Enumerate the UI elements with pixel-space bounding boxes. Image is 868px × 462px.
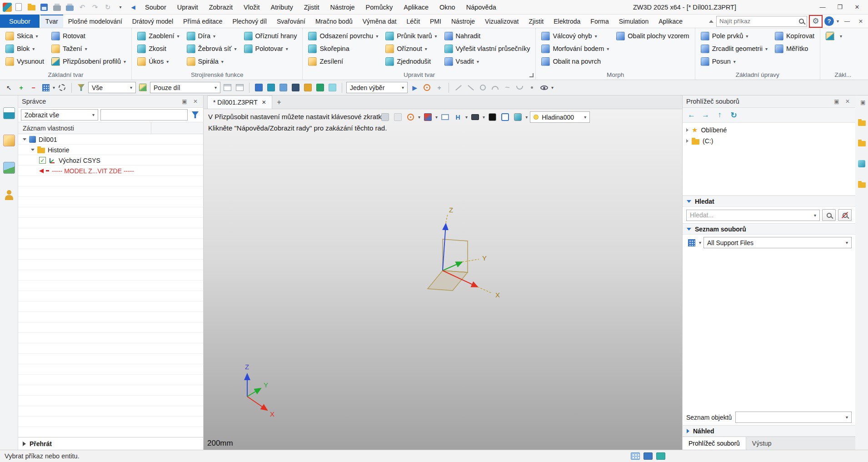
menu-upravit[interactable]: Upravit xyxy=(172,2,203,13)
expand-caret-icon[interactable] xyxy=(23,138,26,141)
draw-freehand-icon[interactable] xyxy=(514,82,525,93)
datum-plane-outline[interactable] xyxy=(443,239,468,272)
tool-skorepina[interactable]: Skořepina xyxy=(305,42,381,55)
csys-checkbox[interactable]: ✓ xyxy=(39,157,46,164)
show-filter-combo[interactable]: Zobrazit vše▾ xyxy=(21,109,98,121)
close-window-icon[interactable]: ✕ xyxy=(849,1,865,13)
ribbon-tab-zjistit[interactable]: Zjistit xyxy=(524,15,549,28)
menu-zjistit[interactable]: Zjistit xyxy=(299,2,324,13)
search-section-header[interactable]: Hledat xyxy=(683,196,855,207)
close-tab-icon[interactable]: ✕ xyxy=(262,99,266,105)
tool-oriznout[interactable]: Oříznout▾ xyxy=(382,42,440,55)
tool-zjednodusit[interactable]: Zjednodušit xyxy=(382,55,440,68)
menu-aplikace[interactable]: Aplikace xyxy=(399,2,434,13)
export-icon[interactable] xyxy=(64,2,75,13)
restore-window-icon[interactable]: ❐ xyxy=(832,1,848,13)
ribbon-tab-vizualizovat[interactable]: Vizualizovat xyxy=(480,15,524,28)
nav-refresh-icon[interactable]: ↻ xyxy=(728,110,740,121)
tool-posun[interactable]: Posun▾ xyxy=(698,55,771,68)
entity-filter-icon[interactable] xyxy=(76,82,86,93)
expand-caret-icon[interactable] xyxy=(686,139,688,143)
scope-combo[interactable]: Pouze díl▾ xyxy=(150,82,220,93)
tool-zakladni-more[interactable]: ▾ xyxy=(823,30,845,42)
tool-nahradit[interactable]: Nahradit xyxy=(441,30,534,42)
tool-zrcadlit-geometrii[interactable]: Zrcadlit geometrii▾ xyxy=(698,42,771,55)
entity-info-table-icon[interactable] xyxy=(234,82,245,93)
menu-okno[interactable]: Okno xyxy=(434,2,460,13)
tool-tazeni[interactable]: Tažení▾ xyxy=(48,42,129,55)
datum-plane-shaded[interactable] xyxy=(428,271,468,291)
document-tab[interactable]: * Díl001.Z3PRT ✕ xyxy=(207,95,272,109)
tab-file-browser[interactable]: Prohlížeč souborů xyxy=(683,437,746,450)
tool-vysunout[interactable]: Vysunout xyxy=(2,55,47,68)
minimize-ribbon-icon[interactable]: — xyxy=(842,16,853,26)
new-tab-icon[interactable]: + xyxy=(272,95,286,109)
remove-from-selection-icon[interactable]: − xyxy=(28,82,39,93)
draw-polyline-icon[interactable] xyxy=(465,82,476,93)
print-icon[interactable] xyxy=(51,2,63,13)
ribbon-tab-tvar[interactable]: Tvar xyxy=(40,15,63,28)
pick-mode-combo[interactable]: Jeden výběr▾ xyxy=(346,82,408,93)
ribbon-tab-mracno-bodu[interactable]: Mračno bodů xyxy=(310,15,358,28)
tool-zkosit[interactable]: Zkosit xyxy=(134,42,182,55)
tool-skica[interactable]: Skica▾ xyxy=(2,30,47,42)
ribbon-tab-nastroje[interactable]: Nástroje xyxy=(446,15,480,28)
ribbon-tab-aplikace[interactable]: Aplikace xyxy=(653,15,688,28)
panel-options-icon[interactable]: ▣ xyxy=(859,99,867,105)
display-toggle-icon[interactable] xyxy=(644,452,653,460)
tool-blok[interactable]: Blok▾ xyxy=(2,42,47,55)
ribbon-tab-vymena-dat[interactable]: Výměna dat xyxy=(358,15,402,28)
ribbon-tab-lecit[interactable]: Léčit xyxy=(401,15,425,28)
help-caret-icon[interactable]: ▾ xyxy=(837,19,839,24)
tree-filter-input[interactable] xyxy=(100,109,188,121)
replay-pick-icon[interactable]: ▶ xyxy=(409,82,420,93)
pick-datum-icon[interactable] xyxy=(315,82,325,93)
close-document-icon[interactable]: ✕ xyxy=(855,16,866,26)
open-file-icon[interactable] xyxy=(25,2,37,13)
objects-combo[interactable]: ▾ xyxy=(735,412,852,423)
close-panel-icon[interactable]: ✕ xyxy=(191,98,200,105)
tool-zesileni[interactable]: Zesílení xyxy=(305,55,381,68)
minimize-window-icon[interactable]: — xyxy=(814,1,831,13)
pick-edge-icon[interactable] xyxy=(266,82,276,93)
nav-forward-icon[interactable]: → xyxy=(699,110,712,121)
menu-vlozit[interactable]: Vložit xyxy=(239,2,264,13)
tree-node-history[interactable]: Historie xyxy=(18,145,203,155)
quick-access-caret-icon[interactable]: ▾ xyxy=(115,2,126,13)
favorites-node[interactable]: ★ Oblíbené xyxy=(683,125,855,136)
files-section-header[interactable]: Seznam souborů xyxy=(683,223,855,235)
materials-library-icon[interactable] xyxy=(858,160,865,167)
filter-combo[interactable]: Vše▾ xyxy=(88,82,136,93)
ribbon-tab-dratovy-model[interactable]: Drátový model xyxy=(127,15,178,28)
ribbon-tab-svarovani[interactable]: Svařování xyxy=(272,15,310,28)
tool-morfovani-bodem[interactable]: Morfování bodem▾ xyxy=(538,42,612,55)
file-type-combo[interactable]: All Support Files▾ xyxy=(703,237,852,248)
dropdown-caret-icon[interactable]: ▾ xyxy=(551,85,554,90)
tool-polotovar[interactable]: Polotovar▾ xyxy=(241,42,300,55)
dialog-launcher-icon[interactable] xyxy=(529,73,534,77)
y-axis[interactable] xyxy=(443,262,462,271)
collapse-ribbon-chevron-icon[interactable] xyxy=(709,20,713,23)
pick-face-icon[interactable] xyxy=(254,82,264,93)
ribbon-tab-prima-editace[interactable]: Přímá editace xyxy=(178,15,227,28)
tool-spirala[interactable]: Spirála▾ xyxy=(184,55,240,68)
tool-dira[interactable]: Díra▾ xyxy=(184,30,240,42)
ribbon-tab-elektroda[interactable]: Elektroda xyxy=(549,15,585,28)
pick-cursor-icon[interactable]: ↖ xyxy=(4,82,14,93)
ribbon-tab-plechovy-dil[interactable]: Plechový díl xyxy=(227,15,271,28)
draw-point-icon[interactable] xyxy=(527,82,537,93)
menu-zobrazit[interactable]: Zobrazit xyxy=(204,2,238,13)
tool-valcovy-ohyb[interactable]: Válcový ohyb▾ xyxy=(538,30,612,42)
manager-panel-icon[interactable] xyxy=(3,107,15,119)
file-list[interactable] xyxy=(683,251,855,409)
tool-rotovat[interactable]: Rotovat xyxy=(48,30,129,42)
draw-arc-icon[interactable] xyxy=(490,82,500,93)
viewport[interactable]: V Přizpůsobit nastavení můžete nastavit … xyxy=(204,109,682,450)
new-file-icon[interactable] xyxy=(13,2,25,13)
tree-node-csys[interactable]: ✓ Výchozí CSYS xyxy=(18,155,203,166)
tool-zebrova-sit[interactable]: Žebrová síť▾ xyxy=(184,42,240,55)
tool-odsazeni-povrchu[interactable]: Odsazení povrchu▾ xyxy=(305,30,381,42)
tree-node-model-marker[interactable]: ----- MODEL Z...VIT ZDE ----- xyxy=(18,166,203,176)
command-search-box[interactable] xyxy=(716,16,807,27)
tool-prizpusobeni-profilu[interactable]: Přizpůsobení profilů▾ xyxy=(48,55,129,68)
